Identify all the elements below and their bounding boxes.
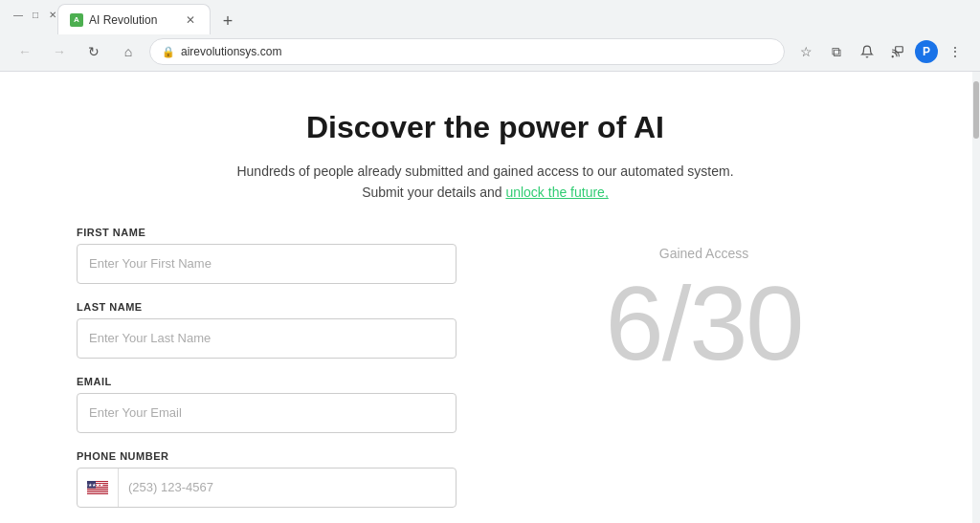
profile-button[interactable]: P xyxy=(915,40,938,63)
first-name-group: FIRST NAME xyxy=(77,227,457,284)
phone-label: PHONE NUMBER xyxy=(77,450,457,462)
svg-rect-10 xyxy=(87,489,108,490)
browser-chrome: — □ ✕ A AI Revolution ✕ + ← → ↻ ⌂ 🔒 aire… xyxy=(0,0,980,72)
stats-label: Gained Access xyxy=(514,246,894,261)
phone-group: PHONE NUMBER xyxy=(77,450,457,508)
first-name-label: FIRST NAME xyxy=(77,227,457,238)
scrollbar-thumb[interactable] xyxy=(973,81,979,139)
tab-favicon: A xyxy=(70,13,83,27)
last-name-input[interactable] xyxy=(77,318,457,359)
home-button[interactable]: ⌂ xyxy=(115,38,142,65)
email-label: EMAIL xyxy=(77,376,457,387)
phone-input[interactable] xyxy=(119,480,456,494)
cast-button[interactable] xyxy=(884,38,911,65)
extensions-button[interactable]: ⧉ xyxy=(823,38,850,65)
phone-flag[interactable]: ★★★★★★ xyxy=(78,469,119,507)
main-layout: FIRST NAME LAST NAME EMAIL PHONE NUMBER xyxy=(77,227,894,523)
first-name-input[interactable] xyxy=(77,244,457,284)
subtitle: Hundreds of people already submitted and… xyxy=(77,161,894,204)
phone-input-wrapper: ★★★★★★ xyxy=(77,468,457,508)
close-button[interactable]: ✕ xyxy=(46,8,59,21)
stats-number: 6/30 xyxy=(514,271,894,376)
unlock-link[interactable]: unlock the future, xyxy=(505,185,608,200)
stats-section: Gained Access 6/30 xyxy=(514,227,894,376)
minimize-button[interactable]: — xyxy=(11,8,25,21)
window-controls[interactable]: — □ ✕ xyxy=(11,8,59,21)
toolbar-actions: ☆ ⧉ P ⋮ xyxy=(792,38,969,65)
svg-rect-14 xyxy=(87,493,108,494)
page-title: Discover the power of AI xyxy=(77,110,894,145)
email-input[interactable] xyxy=(77,393,457,433)
bookmark-button[interactable]: ☆ xyxy=(792,38,819,65)
scrollbar[interactable] xyxy=(972,72,980,523)
forward-button[interactable]: → xyxy=(46,38,73,65)
page-header: Discover the power of AI Hundreds of peo… xyxy=(77,110,894,204)
svg-rect-11 xyxy=(87,490,108,490)
page-content: Discover the power of AI Hundreds of peo… xyxy=(0,72,980,523)
menu-button[interactable]: ⋮ xyxy=(942,38,969,65)
back-button[interactable]: ← xyxy=(11,38,38,65)
form-section: FIRST NAME LAST NAME EMAIL PHONE NUMBER xyxy=(77,227,457,523)
svg-text:★★★★★★: ★★★★★★ xyxy=(87,482,104,488)
maximize-button[interactable]: □ xyxy=(29,8,42,21)
address-bar[interactable]: 🔒 airevolutionsys.com xyxy=(149,38,785,65)
reload-button[interactable]: ↻ xyxy=(80,38,107,65)
active-tab[interactable]: A AI Revolution ✕ xyxy=(57,4,211,34)
us-flag-icon: ★★★★★★ xyxy=(87,481,108,494)
svg-point-0 xyxy=(892,56,893,57)
svg-rect-9 xyxy=(87,488,108,489)
tab-close-button[interactable]: ✕ xyxy=(183,12,198,28)
notifications-button[interactable] xyxy=(854,38,880,65)
email-group: EMAIL xyxy=(77,376,457,433)
browser-content: Discover the power of AI Hundreds of peo… xyxy=(0,72,980,523)
address-text: airevolutionsys.com xyxy=(181,45,281,58)
subtitle-link-prefix: Submit your details and xyxy=(362,185,505,200)
browser-toolbar: ← → ↻ ⌂ 🔒 airevolutionsys.com ☆ ⧉ xyxy=(0,34,980,71)
tabs-bar: — □ ✕ A AI Revolution ✕ + xyxy=(0,0,980,34)
svg-rect-13 xyxy=(87,492,108,493)
last-name-label: LAST NAME xyxy=(77,301,457,313)
svg-rect-12 xyxy=(87,491,108,492)
subtitle-text: Hundreds of people already submitted and… xyxy=(236,163,733,179)
lock-icon: 🔒 xyxy=(162,46,175,58)
tab-title: AI Revolution xyxy=(89,13,157,27)
last-name-group: LAST NAME xyxy=(77,301,457,359)
new-tab-button[interactable]: + xyxy=(214,8,241,34)
